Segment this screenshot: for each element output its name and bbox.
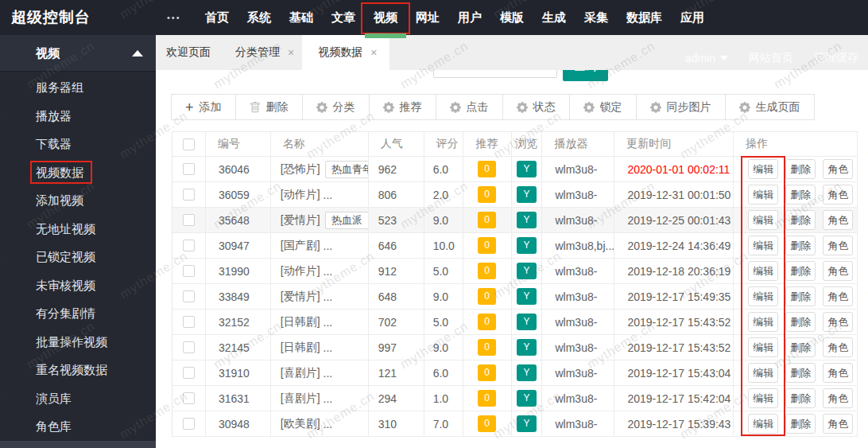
row-checkbox[interactable] [183,341,195,353]
toolbar-button-分类[interactable]: 分类 [302,94,370,120]
user-menu[interactable]: admin [685,52,728,64]
recommend-badge[interactable]: 0 [478,212,496,228]
recommend-badge[interactable]: 0 [478,390,496,406]
recommend-badge[interactable]: 0 [478,415,496,431]
delete-button[interactable]: 删除 [785,337,816,357]
more-menu-icon[interactable]: ••• [167,0,181,35]
role-button[interactable]: 角色 [823,363,853,383]
sidebar-item-下载器[interactable]: 下载器 [0,130,156,158]
recommend-badge[interactable]: 0 [478,288,496,304]
edit-button[interactable]: 编辑 [748,159,778,179]
sidebar-item-角色库[interactable]: 角色库 [0,412,156,441]
role-button[interactable]: 角色 [823,388,853,408]
recommend-badge[interactable]: 0 [478,263,496,279]
nav-item-模版[interactable]: 模版 [500,0,524,35]
tab-分类管理[interactable]: 分类管理× [227,35,302,70]
nav-item-采集[interactable]: 采集 [584,0,608,35]
toolbar-button-删除[interactable]: 删除 [235,94,303,120]
view-badge[interactable]: Y [517,237,536,253]
row-checkbox[interactable] [183,214,195,226]
edit-button[interactable]: 编辑 [748,286,778,306]
sidebar-section-video[interactable]: 视频 [0,35,156,72]
clear-cache-link[interactable]: 清理缓存 [814,51,858,65]
recommend-badge[interactable]: 0 [478,339,496,355]
nav-item-网址[interactable]: 网址 [416,0,440,35]
sidebar-item-添加视频[interactable]: 添加视频 [0,186,156,215]
edit-button[interactable]: 编辑 [748,185,778,205]
toolbar-button-添加[interactable]: +添加 [171,94,236,120]
delete-button[interactable]: 删除 [785,236,816,255]
view-badge[interactable]: Y [517,415,536,431]
delete-button[interactable]: 删除 [785,159,816,179]
select-all-checkbox[interactable] [183,138,195,150]
view-badge[interactable]: Y [517,314,536,329]
row-checkbox[interactable] [183,316,195,328]
row-checkbox[interactable] [183,367,195,379]
toolbar-button-生成页面[interactable]: 生成页面 [725,94,815,120]
toolbar-button-锁定[interactable]: 锁定 [569,94,637,120]
site-home-link[interactable]: 网站首页 [749,51,793,65]
tab-close-icon[interactable]: × [370,46,377,59]
recommend-badge[interactable]: 0 [478,237,496,253]
role-button[interactable]: 角色 [823,236,853,255]
sidebar-item-无地址视频[interactable]: 无地址视频 [0,215,156,243]
edit-button[interactable]: 编辑 [748,210,778,230]
sidebar-scrollbar[interactable] [0,441,156,448]
role-button[interactable]: 角色 [823,286,853,306]
nav-item-首页[interactable]: 首页 [205,0,229,35]
delete-button[interactable]: 删除 [785,363,816,383]
delete-button[interactable]: 删除 [785,286,816,306]
view-badge[interactable]: Y [517,390,536,406]
nav-item-数据库[interactable]: 数据库 [626,0,662,35]
tab-close-icon[interactable]: × [288,46,294,59]
toolbar-button-推荐[interactable]: 推荐 [369,94,436,120]
view-badge[interactable]: Y [517,364,536,380]
row-checkbox[interactable] [183,240,195,251]
nav-item-应用[interactable]: 应用 [680,0,704,35]
nav-item-视频[interactable]: 视频 [374,0,397,35]
edit-button[interactable]: 编辑 [748,312,778,332]
recommend-badge[interactable]: 0 [478,364,496,380]
delete-button[interactable]: 删除 [785,210,816,230]
edit-button[interactable]: 编辑 [748,388,778,408]
nav-item-系统[interactable]: 系统 [247,0,271,35]
sidebar-item-有分集剧情[interactable]: 有分集剧情 [0,299,156,328]
view-badge[interactable]: Y [517,288,536,304]
view-badge[interactable]: Y [517,186,536,202]
sidebar-item-视频数据[interactable]: 视频数据 [0,158,156,187]
edit-button[interactable]: 编辑 [748,236,778,255]
sidebar-item-服务器组[interactable]: 服务器组 [0,73,156,102]
collapse-arrow-icon[interactable] [132,50,143,56]
view-badge[interactable]: Y [517,212,536,228]
row-checkbox[interactable] [183,189,195,201]
sidebar-item-重名视频数据[interactable]: 重名视频数据 [0,356,156,384]
toolbar-button-状态[interactable]: 状态 [502,94,570,120]
nav-item-生成[interactable]: 生成 [542,0,566,35]
recommend-badge[interactable]: 0 [478,314,496,329]
role-button[interactable]: 角色 [823,159,853,179]
toolbar-button-点击[interactable]: 点击 [436,94,503,120]
edit-button[interactable]: 编辑 [748,261,778,281]
role-button[interactable]: 角色 [823,312,853,332]
recommend-badge[interactable]: 0 [478,161,496,177]
tab-欢迎页面[interactable]: 欢迎页面 [156,35,227,70]
row-checkbox[interactable] [183,418,195,430]
sidebar-item-播放器[interactable]: 播放器 [0,102,156,131]
sidebar-item-未审核视频[interactable]: 未审核视频 [0,271,156,300]
nav-item-文章[interactable]: 文章 [331,0,355,35]
edit-button[interactable]: 编辑 [748,363,778,383]
role-button[interactable]: 角色 [823,414,853,434]
delete-button[interactable]: 删除 [785,185,816,205]
tab-视频数据[interactable]: 视频数据× [302,35,389,70]
sidebar-item-批量操作视频[interactable]: 批量操作视频 [0,328,156,356]
row-checkbox[interactable] [183,290,195,302]
recommend-badge[interactable]: 0 [478,186,496,202]
edit-button[interactable]: 编辑 [748,337,778,357]
view-badge[interactable]: Y [517,339,536,355]
sidebar-item-已锁定视频[interactable]: 已锁定视频 [0,243,156,271]
delete-button[interactable]: 删除 [785,388,816,408]
role-button[interactable]: 角色 [823,210,853,230]
edit-button[interactable]: 编辑 [748,414,778,434]
delete-button[interactable]: 删除 [785,414,816,434]
nav-item-用户[interactable]: 用户 [458,0,482,35]
